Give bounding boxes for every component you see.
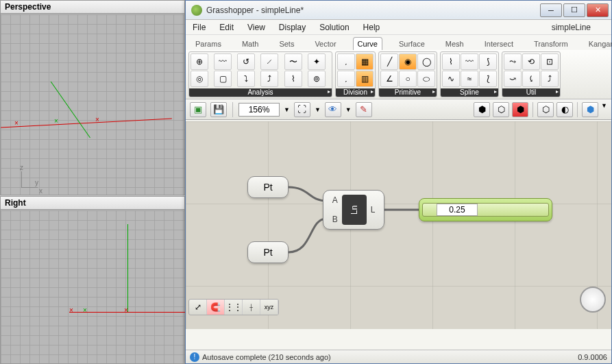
menu-file[interactable]: File <box>193 23 206 32</box>
node-point-1[interactable]: Pt <box>247 176 289 198</box>
ribbon-label[interactable]: Primitive <box>379 88 437 97</box>
tab-vector[interactable]: Vector <box>310 38 340 50</box>
tab-transform[interactable]: Transform <box>530 38 572 50</box>
maximize-button[interactable]: ☐ <box>563 3 585 17</box>
titlebar[interactable]: Grasshopper - simpleLine* ─ ☐ ✕ <box>186 1 611 20</box>
ribbon-label[interactable]: Util <box>502 88 560 97</box>
rhino-viewports: Perspective × × × z y x Right × × × <box>0 0 185 364</box>
tool-icon[interactable]: ⬭ <box>417 71 435 87</box>
tab-params[interactable]: Params <box>191 38 225 50</box>
align-button[interactable]: ⟊ <box>243 300 260 315</box>
zoom-extents-button[interactable]: ⛶ <box>294 102 310 117</box>
node-slider[interactable]: 0.25 <box>419 198 552 221</box>
display-button-2[interactable]: ◐ <box>556 102 573 117</box>
open-button[interactable]: ▣ <box>190 102 206 117</box>
shade-button-2[interactable]: ⬡ <box>493 102 509 117</box>
shade-button[interactable]: ⬢ <box>474 102 490 117</box>
viewport-grid: × × × z y x <box>1 14 184 195</box>
tool-icon[interactable]: 〰 <box>461 53 478 70</box>
magnet-button[interactable]: 🧲 <box>207 300 225 315</box>
tab-math[interactable]: Math <box>238 38 262 50</box>
settings-button[interactable]: ⬢ <box>582 102 598 117</box>
tool-icon[interactable]: ⊕ <box>191 53 208 70</box>
tool-icon[interactable]: ⊚ <box>308 71 326 87</box>
compass-icon[interactable] <box>580 287 606 313</box>
viewport-right[interactable]: Right × × × <box>0 196 185 364</box>
tool-icon[interactable]: 〰 <box>214 53 232 70</box>
canvas[interactable]: Pt Pt AB Ln L 0.25 ⤢ 🧲 ⋮⋮ ⟊ xyz <box>186 121 611 329</box>
menu-display[interactable]: Display <box>279 23 306 32</box>
tab-sets[interactable]: Sets <box>275 38 298 50</box>
tool-icon[interactable]: ▦ <box>356 53 374 70</box>
tool-icon[interactable]: ⸒ <box>337 71 355 87</box>
ribbon-label[interactable]: Division <box>336 88 375 97</box>
tool-icon[interactable]: ⤴ <box>260 71 278 87</box>
tool-icon[interactable]: ⊡ <box>541 53 559 70</box>
menu-solution[interactable]: Solution <box>319 23 349 32</box>
ribbon-label[interactable]: Spline <box>441 88 498 97</box>
xyz-button[interactable]: xyz <box>260 300 278 315</box>
port-b[interactable]: B <box>332 215 338 224</box>
tool-icon[interactable]: ▥ <box>356 71 374 87</box>
port-a[interactable]: A <box>332 195 338 205</box>
tool-icon[interactable]: ⤳ <box>504 53 522 70</box>
tool-icon[interactable]: ▢ <box>214 71 232 87</box>
canvas-toolbar-bottom: ⤢ 🧲 ⋮⋮ ⟊ xyz <box>188 299 279 315</box>
menu-view[interactable]: View <box>247 23 265 32</box>
preview-button[interactable]: 👁 <box>325 102 341 117</box>
tool-icon[interactable]: ⤴ <box>541 71 559 87</box>
zoom-level[interactable]: 156% <box>238 103 280 117</box>
tab-mesh[interactable]: Mesh <box>441 38 468 50</box>
status-message: Autosave complete (210 seconds ago) <box>202 353 331 361</box>
ribbon-label[interactable]: Analysis <box>189 88 332 97</box>
grid-snap-button[interactable]: ⋮⋮ <box>225 300 243 315</box>
viewport-grid: × × × <box>1 210 184 363</box>
sketch-button[interactable]: ✎ <box>356 102 372 117</box>
tool-icon[interactable]: ⤵ <box>237 71 255 87</box>
tool-icon[interactable]: ⟅ <box>479 71 497 87</box>
tool-icon[interactable]: ∠ <box>380 71 398 87</box>
port-l[interactable]: L <box>371 205 376 215</box>
tool-icon[interactable]: ∿ <box>442 71 460 87</box>
tool-icon[interactable]: ⌇ <box>284 71 302 87</box>
tool-icon[interactable]: ⤻ <box>504 71 522 87</box>
tool-icon[interactable]: ⸒ <box>337 53 355 70</box>
tool-icon[interactable]: ⤹ <box>522 71 540 87</box>
tool-icon[interactable]: ⟲ <box>522 53 540 70</box>
tool-icon[interactable]: ⟋ <box>260 53 278 70</box>
grasshopper-window: Grasshopper - simpleLine* ─ ☐ ✕ File Edi… <box>185 0 612 364</box>
dropdown-icon[interactable]: ▼ <box>345 106 352 113</box>
tool-icon[interactable]: 〜 <box>284 53 302 70</box>
tab-curve[interactable]: Curve <box>353 37 382 50</box>
tool-icon[interactable]: ◎ <box>191 71 208 87</box>
dropdown-icon[interactable]: ▼ <box>601 102 607 117</box>
tab-kangaroo[interactable]: Kangaroo <box>585 38 612 50</box>
menu-edit[interactable]: Edit <box>219 23 234 32</box>
zoom-dropdown-icon[interactable]: ▼ <box>284 106 290 113</box>
tool-icon[interactable]: ⌇ <box>442 53 460 70</box>
slider-track[interactable]: 0.25 <box>422 203 549 217</box>
slider-value[interactable]: 0.25 <box>437 204 478 216</box>
tool-icon[interactable]: ◯ <box>417 53 435 70</box>
tool-icon[interactable]: ✦ <box>308 53 326 70</box>
minimize-button[interactable]: ─ <box>540 3 562 17</box>
tool-icon[interactable]: ○ <box>399 71 417 87</box>
snap-button[interactable]: ⤢ <box>189 300 207 315</box>
dropdown-icon[interactable]: ▼ <box>315 106 321 113</box>
viewport-perspective[interactable]: Perspective × × × z y x <box>0 0 185 195</box>
tool-icon[interactable]: ≈ <box>461 71 478 87</box>
menu-help[interactable]: Help <box>363 23 380 32</box>
tab-surface[interactable]: Surface <box>395 38 429 50</box>
display-button[interactable]: ⬡ <box>537 102 554 117</box>
tab-intersect[interactable]: Intersect <box>480 38 517 50</box>
node-line[interactable]: AB Ln L <box>323 190 384 230</box>
node-point-2[interactable]: Pt <box>247 241 289 263</box>
tool-icon[interactable]: ⟆ <box>479 53 497 70</box>
close-button[interactable]: ✕ <box>587 3 609 17</box>
tool-icon[interactable]: ↺ <box>237 53 255 70</box>
tool-icon[interactable]: ╱ <box>380 53 398 70</box>
ribbon-group-primitive: ╱∠ ◉○ ◯⬭ Primitive <box>378 51 437 97</box>
preview-off-button[interactable]: ⬢ <box>512 102 528 117</box>
tool-icon[interactable]: ◉ <box>399 53 417 70</box>
save-button[interactable]: 💾 <box>210 102 227 117</box>
